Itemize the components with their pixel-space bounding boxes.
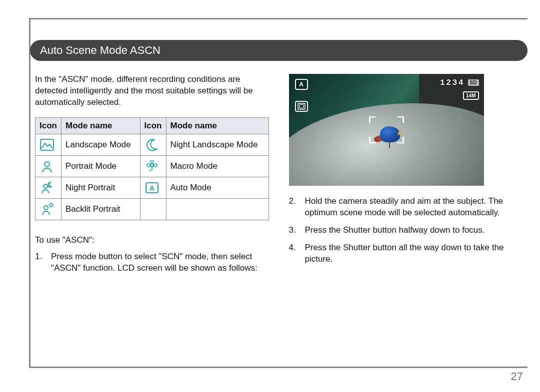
to-use-subhead: To use "ASCN": (35, 235, 269, 245)
section-heading: Auto Scene Mode ASCN (30, 40, 528, 61)
osd-resolution-badge: 14M (463, 91, 478, 100)
step-number: 2. (289, 196, 298, 219)
step-3: 3. Press the Shutter button halfway down… (289, 225, 523, 236)
osd-auto-mode-icon: A (295, 79, 308, 90)
backlit-portrait-icon (40, 202, 54, 217)
svg-point-3 (150, 160, 154, 163)
cell-mode-name: Macro Mode (166, 155, 268, 177)
col-header-icon: Icon (36, 117, 62, 134)
step-text: Hold the camera steadily and aim at the … (305, 196, 523, 219)
osd-shot-counter: 1234 (440, 78, 464, 87)
portrait-icon (40, 159, 54, 174)
step-text: Press the Shutter button halfway down to… (305, 225, 485, 236)
table-header-row: Icon Mode name Icon Mode name (36, 117, 269, 134)
page-border-left (29, 18, 30, 368)
cell-mode-name: Portrait Mode (62, 155, 140, 177)
night-portrait-icon (40, 180, 54, 195)
step-text: Press mode button to select "SCN" mode, … (51, 251, 269, 274)
moon-icon (144, 137, 160, 152)
modes-table: Icon Mode name Icon Mode name Landscape … (35, 117, 269, 220)
sd-card-icon: SD (468, 79, 479, 86)
auto-a-icon: A (144, 180, 160, 195)
step-4: 4. Press the Shutter button all the way … (289, 242, 523, 265)
step-number: 4. (289, 242, 298, 265)
left-column: In the "ASCN" mode, different recording … (35, 74, 269, 280)
step-number: 1. (35, 251, 44, 274)
table-row: Portrait Mode Macro Mode (36, 155, 269, 177)
cell-mode-name (166, 198, 268, 220)
cell-mode-name: Night Portrait (62, 177, 140, 198)
right-column: A 1234 SD 14M 2. Hold the camera steadil… (289, 74, 523, 280)
steps-list-right: 2. Hold the camera steadily and aim at t… (289, 196, 523, 265)
svg-point-9 (44, 206, 48, 210)
osd-top-right: 1234 SD 14M (440, 78, 479, 100)
svg-point-1 (44, 162, 50, 167)
svg-point-6 (44, 184, 48, 188)
osd-counter-row: 1234 SD (440, 78, 479, 87)
svg-point-5 (147, 164, 150, 167)
lcd-preview: A 1234 SD 14M (289, 74, 484, 186)
svg-rect-15 (300, 105, 304, 108)
svg-point-2 (150, 164, 154, 167)
step-text: Press the Shutter button all the way dow… (305, 242, 523, 265)
table-row: Landscape Mode Night Landscape Mode (36, 134, 269, 155)
osd-top-left-icons: A (295, 79, 308, 112)
landscape-icon (40, 137, 54, 152)
col-header-modename: Mode name (166, 117, 268, 134)
content-columns: In the "ASCN" mode, different recording … (35, 74, 522, 280)
svg-rect-14 (298, 103, 305, 109)
step-1: 1. Press mode button to select "SCN" mod… (35, 251, 269, 274)
step-number: 3. (289, 225, 298, 236)
page-number: 27 (511, 370, 523, 383)
table-row: Backlit Portrait (36, 198, 269, 220)
table-row: Night Portrait A Auto Mode (36, 177, 269, 198)
steps-list-left: 1. Press mode button to select "SCN" mod… (35, 251, 269, 274)
cell-mode-name: Landscape Mode (62, 134, 140, 155)
intro-paragraph: In the "ASCN" mode, different recording … (35, 74, 269, 108)
svg-text:A: A (149, 184, 154, 192)
svg-rect-0 (40, 139, 54, 150)
page-border-bottom (29, 367, 528, 368)
col-header-modename: Mode name (62, 117, 140, 134)
page-border-top (29, 18, 528, 19)
svg-point-10 (50, 204, 52, 207)
cell-mode-name: Auto Mode (166, 177, 268, 198)
cell-mode-name: Night Landscape Mode (166, 134, 268, 155)
osd-single-shot-icon (295, 101, 308, 112)
focus-bracket-icon (369, 116, 404, 144)
col-header-icon: Icon (140, 117, 166, 134)
flower-icon (144, 159, 160, 174)
svg-line-13 (52, 204, 52, 204)
svg-point-4 (154, 164, 157, 167)
cell-mode-name: Backlit Portrait (62, 198, 140, 220)
step-2: 2. Hold the camera steadily and aim at t… (289, 196, 523, 219)
